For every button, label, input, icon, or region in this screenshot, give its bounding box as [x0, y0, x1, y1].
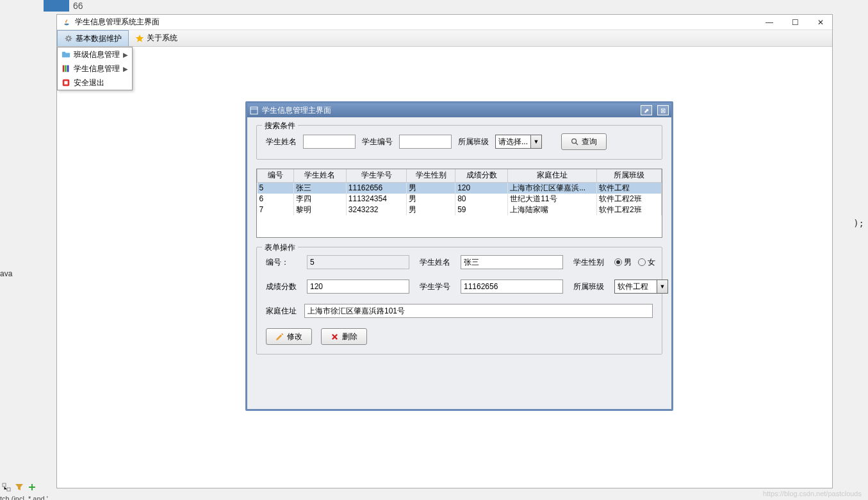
table-header[interactable]: 学生姓名 [293, 169, 346, 182]
tree-icon [1, 482, 12, 492]
menu-label: 关于系统 [147, 33, 177, 44]
table-cell: 男 [407, 204, 455, 215]
window-icon [250, 106, 258, 115]
dropdown-menu: 班级信息管理 ▶ 学生信息管理 ▶ 安全退出 [57, 47, 133, 90]
gender-radio-group: 男 女 [614, 257, 668, 268]
search-fieldset: 搜索条件 学生姓名 学生编号 所属班级 请选择... ▼ 查询 [256, 125, 662, 160]
radio-icon [614, 258, 622, 266]
internal-title: 学生信息管理主界面 [262, 105, 635, 116]
name-label: 学生姓名 [266, 137, 297, 147]
form-name-label: 学生姓名 [420, 257, 450, 268]
menu-item-label: 班级信息管理 [74, 49, 120, 60]
table-cell: 张三 [293, 182, 346, 194]
data-table[interactable]: 编号学生姓名学生学号学生性别成绩分数家庭住址所属班级 5张三11162656男1… [256, 169, 662, 238]
table-cell: 上海市徐汇区肇嘉浜... [508, 182, 597, 194]
table-header[interactable]: 学生性别 [407, 169, 455, 182]
table-cell: 上海陆家嘴 [508, 204, 597, 215]
form-score-input[interactable] [307, 279, 409, 294]
query-button[interactable]: 查询 [561, 133, 607, 150]
id-label: 学生编号 [362, 137, 393, 147]
svg-rect-7 [64, 81, 67, 84]
radio-icon [638, 258, 646, 266]
form-score-label: 成绩分数 [266, 281, 297, 292]
svg-point-0 [67, 37, 70, 40]
svg-rect-5 [67, 65, 69, 72]
radio-female[interactable]: 女 [638, 257, 655, 268]
chevron-right-icon: ▶ [123, 51, 128, 58]
table-row[interactable]: 7黎明3243232男59上海陆家嘴软件工程2班 [258, 204, 662, 215]
internal-maximize-button[interactable]: ⬈ [641, 105, 652, 115]
table-cell: 软件工程 [596, 182, 661, 194]
menu-label: 基本数据维护 [76, 33, 122, 44]
maximize-button[interactable]: ☐ [789, 16, 801, 29]
form-class-combo[interactable]: 软件工程 ▼ [614, 279, 668, 294]
x-icon [331, 333, 339, 341]
table-header[interactable]: 所属班级 [596, 169, 661, 182]
menu-about[interactable]: 关于系统 [129, 30, 184, 46]
chevron-down-icon: ▼ [530, 135, 542, 149]
search-class-combo[interactable]: 请选择... ▼ [495, 135, 542, 149]
svg-rect-12 [3, 483, 6, 487]
close-button[interactable]: ✕ [814, 16, 827, 29]
table-header[interactable]: 学生学号 [346, 169, 407, 182]
combo-value: 请选择... [495, 135, 530, 149]
svg-point-10 [572, 139, 577, 144]
menu-basic-data[interactable]: 基本数据维护 [57, 30, 129, 46]
table-cell: 3243232 [346, 204, 407, 215]
modify-button[interactable]: 修改 [266, 328, 312, 345]
main-window: 学生信息管理系统主界面 — ☐ ✕ 基本数据维护 关于系统 班级信息管理 ▶ 学… [56, 14, 833, 488]
form-addr-input[interactable] [304, 304, 653, 318]
button-label: 修改 [287, 331, 302, 342]
table-header[interactable]: 家庭住址 [508, 169, 597, 182]
star-icon [135, 34, 144, 43]
fieldset-legend: 表单操作 [262, 242, 298, 253]
form-id-field: 5 [307, 255, 409, 269]
form-name-input[interactable] [461, 255, 563, 269]
svg-rect-1 [62, 53, 70, 57]
table-cell: 5 [258, 182, 294, 194]
svg-rect-8 [250, 107, 258, 114]
minimize-button[interactable]: — [763, 16, 776, 29]
search-icon [571, 138, 578, 146]
form-sno-label: 学生学号 [420, 281, 450, 292]
table-cell: 80 [455, 194, 508, 204]
menu-student-info[interactable]: 学生信息管理 ▶ [58, 62, 132, 76]
svg-rect-13 [7, 488, 10, 491]
exit-icon [61, 78, 70, 87]
radio-label: 女 [648, 257, 655, 268]
form-id-label: 编号： [266, 257, 297, 268]
java-icon [62, 18, 71, 27]
table-cell: 男 [407, 182, 455, 194]
plus-icon [27, 482, 37, 492]
radio-male[interactable]: 男 [614, 257, 632, 268]
chevron-down-icon: ▼ [657, 279, 668, 294]
search-id-input[interactable] [399, 135, 452, 149]
delete-button[interactable]: 删除 [321, 328, 367, 345]
status-bar: tch (incl. * and ' [0, 495, 48, 500]
form-class-label: 所属班级 [573, 281, 604, 292]
folder-icon [61, 50, 70, 59]
bg-text: ava [0, 269, 12, 278]
table-cell: 111324354 [346, 194, 407, 204]
menu-class-info[interactable]: 班级信息管理 ▶ [58, 47, 132, 62]
bg-code: ); [853, 218, 864, 228]
table-cell: 李四 [293, 194, 346, 204]
title-bar: 学生信息管理系统主界面 — ☐ ✕ [57, 15, 832, 30]
internal-close-button[interactable]: ⊠ [657, 105, 669, 115]
table-row[interactable]: 6李四111324354男80世纪大道11号软件工程2班 [258, 194, 662, 204]
search-name-input[interactable] [303, 135, 356, 149]
table-cell: 软件工程2班 [596, 204, 661, 215]
table-header[interactable]: 成绩分数 [455, 169, 508, 182]
table-cell: 世纪大道11号 [508, 194, 597, 204]
table-row[interactable]: 5张三11162656男120上海市徐汇区肇嘉浜...软件工程 [258, 182, 662, 194]
form-sno-input[interactable] [461, 279, 563, 294]
window-title: 学生信息管理系统主界面 [75, 17, 160, 28]
svg-rect-4 [65, 65, 67, 72]
bg-toolbar [0, 481, 38, 494]
internal-frame: 学生信息管理主界面 ⬈ ⊠ 搜索条件 学生姓名 学生编号 所属班级 请选择...… [245, 101, 673, 411]
menu-item-label: 安全退出 [74, 78, 104, 88]
menu-exit[interactable]: 安全退出 [58, 76, 132, 90]
combo-value: 软件工程 [614, 279, 657, 294]
table-header[interactable]: 编号 [258, 169, 294, 182]
table-cell: 7 [258, 204, 294, 215]
